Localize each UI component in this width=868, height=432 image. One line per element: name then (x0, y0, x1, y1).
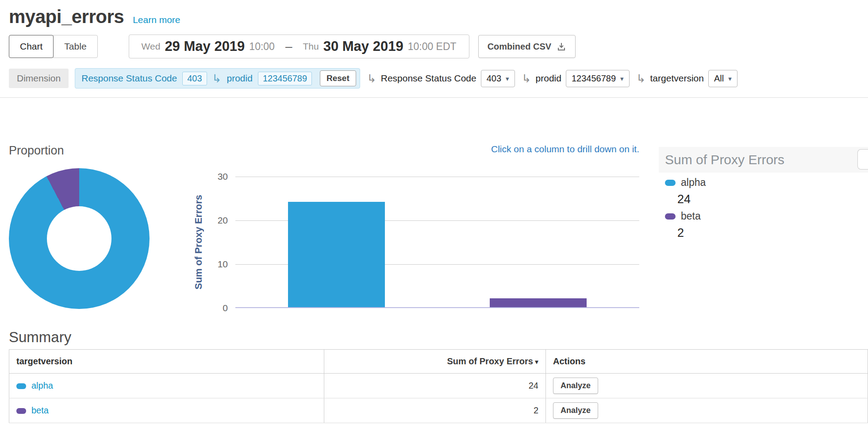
start-day: Wed (142, 41, 161, 52)
chevron-down-icon: ▾ (728, 75, 732, 82)
column-header-label: Sum of Proxy Errors (447, 356, 533, 366)
series-swatch-icon (16, 383, 26, 389)
targetversion-link[interactable]: alpha (31, 381, 53, 390)
y-tick-label: 30 (201, 171, 228, 182)
value-cell: 24 (324, 374, 546, 398)
table-header-row: targetversion Sum of Proxy Errors▾ Actio… (9, 350, 868, 374)
combined-csv-label: Combined CSV (488, 42, 551, 52)
legend-item-alpha[interactable]: alpha (665, 177, 706, 189)
y-tick-label: 10 (201, 259, 228, 270)
chart-area: Proportion Click on a column to drill do… (0, 98, 868, 329)
filter-dropdown-prodid[interactable]: 123456789 ▾ (566, 70, 630, 87)
value-cell: 2 (324, 398, 546, 423)
gridline (235, 177, 639, 177)
sort-desc-icon: ▾ (535, 358, 538, 366)
bar-alpha[interactable] (288, 202, 385, 307)
drill-down-icon: ↳ (212, 73, 222, 84)
filter-name: Response Status Code (381, 73, 476, 84)
targetversion-link[interactable]: beta (31, 405, 49, 415)
legend-item-beta[interactable]: beta (665, 210, 701, 222)
legend-item-value: 2 (677, 226, 684, 240)
filter-value: 403 (487, 73, 501, 84)
donut-hole (47, 206, 111, 271)
end-date: 30 May 2019 (323, 39, 403, 54)
breadcrumb-dimension-name: prodid (227, 73, 253, 84)
tab-table[interactable]: Table (53, 35, 97, 58)
legend-item-value: 24 (677, 193, 691, 206)
summary-heading: Summary (9, 329, 868, 346)
filter-name: prodid (536, 73, 561, 84)
summary-table: targetversion Sum of Proxy Errors▾ Actio… (9, 349, 868, 423)
report-page: myapi_errors Learn more Chart Table Wed … (0, 0, 868, 432)
reset-button[interactable]: Reset (320, 70, 356, 86)
filter-response-status-code: ↳ Response Status Code 403 ▾ (367, 70, 515, 87)
toolbar: Chart Table Wed 29 May 2019 10:00 – Thu … (9, 35, 859, 58)
combined-csv-button[interactable]: Combined CSV (478, 35, 576, 58)
learn-more-link[interactable]: Learn more (133, 15, 180, 25)
y-tick-label: 0 (201, 303, 228, 313)
filter-value: 123456789 (572, 73, 616, 84)
bar-chart-plot (235, 177, 639, 308)
donut-chart[interactable] (9, 168, 150, 309)
bar-beta[interactable] (490, 298, 587, 307)
panel-edge-handle[interactable] (857, 149, 868, 170)
filter-breadcrumb: Response Status Code 403 ↳ prodid 123456… (75, 68, 360, 89)
drill-hint-text: Click on a column to drill down on it. (491, 144, 639, 154)
legend-panel: Sum of Proxy Errors alpha 24 beta 2 (659, 98, 868, 329)
start-date: 29 May 2019 (165, 39, 245, 54)
legend-item-label: beta (681, 210, 701, 222)
actions-cell: Analyze (546, 374, 868, 398)
filter-name: targetversion (650, 73, 704, 84)
filter-prodid: ↳ prodid 123456789 ▾ (522, 70, 630, 87)
targetversion-cell: alpha (9, 374, 324, 398)
y-axis-label: Sum of Proxy Errors (193, 177, 204, 308)
start-time: 10:00 (249, 41, 275, 53)
filter-targetversion: ↳ targetversion All ▾ (637, 70, 737, 87)
analyze-button[interactable]: Analyze (553, 378, 598, 394)
legend-title: Sum of Proxy Errors (659, 147, 868, 173)
drill-down-icon: ↳ (522, 73, 531, 84)
filter-dropdown-response-status-code[interactable]: 403 ▾ (481, 70, 515, 87)
column-header-actions: Actions (546, 350, 868, 374)
table-row: alpha 24 Analyze (9, 374, 868, 398)
breadcrumb-dimension-value[interactable]: 403 (182, 72, 207, 85)
filter-value: All (714, 73, 724, 84)
dimension-label: Dimension (9, 69, 69, 88)
date-range-separator: – (285, 39, 292, 54)
table-row: beta 2 Analyze (9, 398, 868, 423)
targetversion-cell: beta (9, 398, 324, 423)
legend-item-label: alpha (681, 177, 706, 189)
x-axis-baseline (235, 307, 639, 308)
series-swatch-icon (16, 408, 26, 414)
column-header-sum-of-proxy-errors[interactable]: Sum of Proxy Errors▾ (324, 350, 546, 374)
legend-swatch-icon (665, 180, 676, 186)
actions-cell: Analyze (546, 398, 868, 423)
breadcrumb-dimension-name: Response Status Code (81, 73, 177, 84)
dimension-bar: Dimension Response Status Code 403 ↳ pro… (9, 68, 859, 89)
drill-down-icon: ↳ (637, 73, 646, 84)
view-toggle: Chart Table (9, 35, 98, 58)
tab-chart[interactable]: Chart (9, 35, 54, 58)
filter-dropdown-targetversion[interactable]: All ▾ (708, 70, 737, 87)
proportion-label: Proportion (9, 144, 64, 158)
end-time: 10:00 EDT (408, 41, 457, 53)
analyze-button[interactable]: Analyze (553, 402, 598, 419)
drill-down-icon: ↳ (367, 73, 376, 84)
chevron-down-icon: ▾ (506, 75, 509, 82)
column-header-targetversion: targetversion (9, 350, 324, 374)
date-range-picker[interactable]: Wed 29 May 2019 10:00 – Thu 30 May 2019 … (129, 35, 469, 58)
chevron-down-icon: ▾ (620, 75, 624, 82)
y-tick-label: 20 (201, 215, 228, 226)
page-header: myapi_errors Learn more (0, 0, 868, 27)
page-title: myapi_errors (9, 6, 124, 27)
download-icon (557, 42, 566, 51)
end-day: Thu (303, 41, 319, 52)
legend-swatch-icon (665, 213, 676, 220)
breadcrumb-dimension-value[interactable]: 123456789 (258, 72, 312, 85)
